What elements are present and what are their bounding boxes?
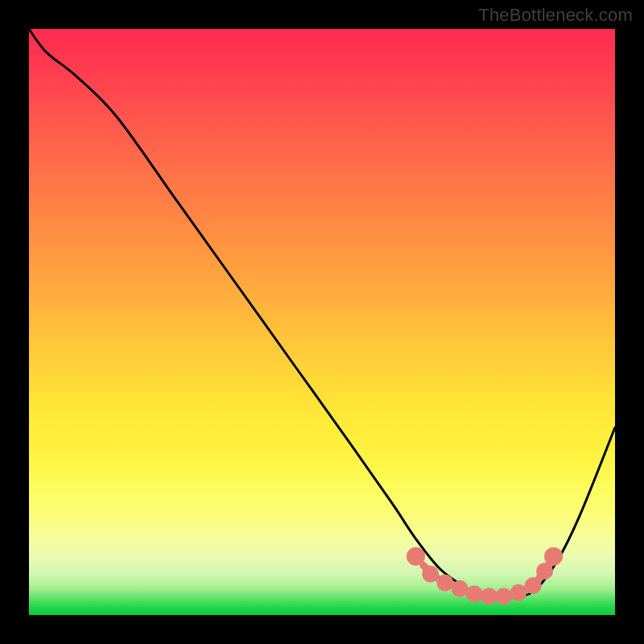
curve-overlay [29, 29, 615, 615]
optimal-range-dot [470, 589, 479, 598]
optimal-range-dot [514, 588, 522, 597]
optimal-range-dot [540, 567, 549, 576]
optimal-range-dot [411, 551, 421, 562]
optimal-range-markers [411, 551, 559, 601]
optimal-range-dot [529, 581, 538, 590]
optimal-range-dot [440, 579, 449, 588]
optimal-range-dot [548, 551, 559, 562]
plot-area [29, 29, 615, 615]
optimal-range-dot [426, 570, 435, 579]
chart-frame: TheBottleneck.com [0, 0, 644, 644]
bottleneck-curve [29, 29, 615, 599]
optimal-range-dot [485, 592, 493, 601]
optimal-range-dot [456, 584, 464, 593]
watermark-text: TheBottleneck.com [478, 5, 633, 26]
optimal-range-dot [499, 592, 508, 601]
